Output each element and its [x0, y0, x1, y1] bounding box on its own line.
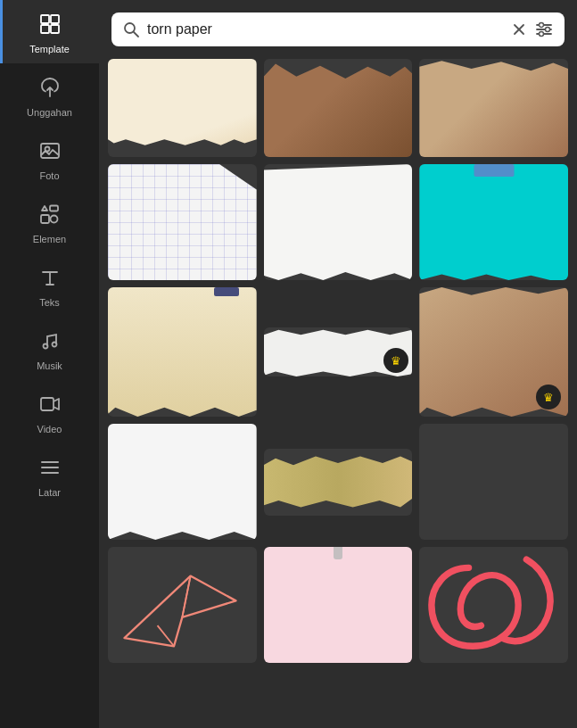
music-icon [38, 329, 62, 356]
sidebar-item-teks[interactable]: Teks [0, 253, 99, 317]
sidebar-item-foto[interactable]: Foto [0, 127, 99, 190]
search-input[interactable] [147, 21, 504, 37]
list-item[interactable] [264, 547, 413, 663]
list-item[interactable] [108, 287, 257, 417]
sidebar-item-video-label: Video [37, 424, 62, 434]
sidebar: Template Unggahan Foto [0, 0, 99, 728]
list-item[interactable]: ♛ [419, 287, 568, 417]
sidebar-item-latar[interactable]: Latar [0, 443, 99, 507]
svg-point-23 [546, 28, 550, 32]
list-item[interactable] [264, 59, 413, 157]
svg-point-22 [540, 23, 544, 28]
results-grid: ♛ ♛ [99, 55, 577, 728]
svg-rect-2 [41, 25, 49, 33]
search-icon [122, 21, 140, 38]
video-icon [38, 393, 62, 419]
items-grid: ♛ ♛ [108, 59, 568, 663]
upload-icon [38, 76, 62, 103]
sidebar-item-teks-label: Teks [39, 297, 60, 308]
sidebar-item-foto-label: Foto [39, 170, 59, 181]
svg-rect-3 [51, 25, 59, 33]
sidebar-item-elemen[interactable]: Elemen [0, 190, 99, 253]
search-bar [111, 12, 565, 46]
svg-point-8 [50, 216, 57, 223]
photo-icon [38, 139, 62, 166]
template-icon [38, 12, 62, 39]
svg-rect-11 [41, 398, 54, 410]
list-item[interactable] [264, 449, 413, 516]
sidebar-item-elemen-label: Elemen [33, 234, 66, 244]
list-item[interactable] [419, 547, 568, 663]
svg-rect-6 [50, 206, 58, 211]
sidebar-item-musik[interactable]: Musik [0, 317, 99, 380]
list-item[interactable] [419, 59, 568, 157]
list-item[interactable] [419, 164, 568, 280]
list-item[interactable]: ♛ [264, 327, 413, 376]
sidebar-item-latar-label: Latar [38, 487, 61, 498]
background-icon [38, 456, 62, 483]
sidebar-item-unggahan[interactable]: Unggahan [0, 63, 99, 127]
svg-point-24 [540, 32, 544, 37]
svg-line-16 [134, 32, 138, 37]
text-icon [38, 266, 62, 293]
search-filter-button[interactable] [534, 20, 554, 39]
svg-point-10 [52, 343, 56, 347]
list-item[interactable] [108, 164, 257, 280]
sidebar-item-template[interactable]: Template [0, 0, 99, 63]
svg-rect-0 [41, 15, 49, 23]
sidebar-item-unggahan-label: Unggahan [27, 107, 72, 118]
svg-point-9 [43, 344, 47, 349]
sidebar-item-video[interactable]: Video [0, 380, 99, 443]
list-item[interactable] [108, 547, 257, 663]
sidebar-item-musik-label: Musik [37, 360, 62, 371]
list-item[interactable] [108, 59, 257, 157]
list-item[interactable] [419, 424, 568, 540]
svg-rect-1 [51, 15, 59, 23]
search-clear-button[interactable] [511, 21, 527, 37]
list-item[interactable] [264, 164, 413, 280]
svg-rect-4 [41, 144, 59, 158]
elements-icon [38, 203, 62, 229]
svg-point-15 [125, 23, 135, 33]
sidebar-item-template-label: Template [29, 44, 70, 54]
svg-rect-7 [41, 215, 49, 223]
main-content: ♛ ♛ [99, 0, 577, 728]
premium-badge: ♛ [536, 385, 561, 410]
list-item[interactable] [108, 424, 257, 540]
